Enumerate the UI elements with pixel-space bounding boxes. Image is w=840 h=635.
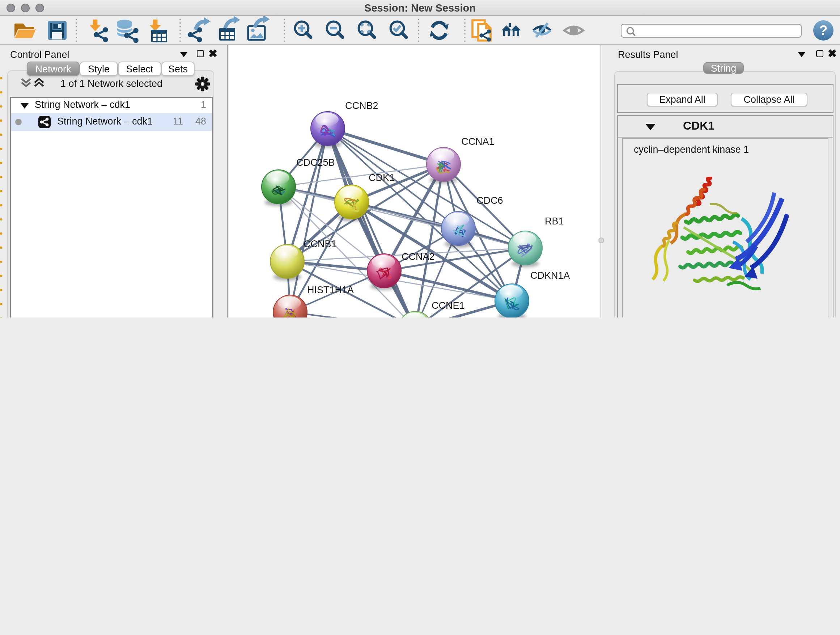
svg-text:CCNB2: CCNB2 (345, 100, 378, 111)
svg-text:HIST1H1A: HIST1H1A (307, 285, 354, 295)
svg-text:?: ? (819, 23, 827, 38)
svg-text:CCNA2: CCNA2 (401, 251, 435, 262)
svg-text:CDK1: CDK1 (369, 172, 395, 183)
svg-text:CCNA1: CCNA1 (461, 136, 494, 147)
svg-text:RB1: RB1 (545, 216, 564, 226)
svg-text:CDKN1A: CDKN1A (531, 270, 570, 281)
svg-text:CCNB1: CCNB1 (303, 239, 337, 249)
svg-text:CDC25B: CDC25B (296, 157, 335, 168)
svg-text:CCNE1: CCNE1 (431, 300, 465, 311)
svg-text:CDC6: CDC6 (477, 195, 503, 206)
